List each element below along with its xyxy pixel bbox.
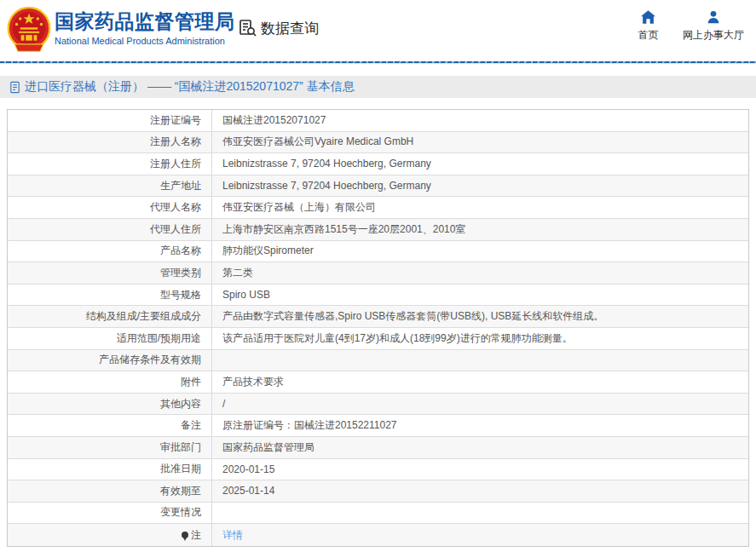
- page: 国家药品监督管理局 National Medical Products Admi…: [0, 0, 756, 552]
- row-label: 批准日期: [8, 459, 212, 480]
- document-icon: [9, 81, 21, 94]
- row-value: 伟亚安医疗器械（上海）有限公司: [212, 197, 748, 218]
- row-label: 备注: [8, 415, 212, 436]
- row-value: 产品由数字式容量传感器,Spiro USB传感器套筒(带USB线), USB延长…: [212, 306, 748, 327]
- row-value: Leibnizstrasse 7, 97204 Hoechberg, Germa…: [212, 175, 748, 197]
- home-icon: [641, 10, 655, 24]
- row-value: 国械注进20152071027: [212, 110, 748, 131]
- row-value: 国家药品监督管理局: [212, 437, 748, 458]
- row-label: 管理类别: [8, 262, 212, 284]
- row-value: /: [212, 394, 748, 415]
- row-label: 注册人住所: [8, 153, 212, 175]
- row-label: 注: [8, 524, 212, 546]
- table-row: 批准日期2020-01-15: [8, 459, 748, 481]
- row-value: 产品技术要求: [212, 371, 748, 393]
- breadcrumb-bar: 进口医疗器械（注册） —— “国械注进20152071027” 基本信息: [0, 76, 756, 98]
- table-row: 代理人名称伟亚安医疗器械（上海）有限公司: [8, 197, 748, 219]
- table-row: 附件产品技术要求: [8, 371, 748, 394]
- row-value: 2025-01-14: [212, 480, 748, 502]
- table-row: 型号规格Spiro USB: [8, 285, 748, 307]
- quick-link-home[interactable]: 首页: [625, 10, 672, 43]
- table-row: 生产地址Leibnizstrasse 7, 97204 Hoechberg, G…: [8, 175, 748, 198]
- header-divider: [0, 61, 756, 64]
- table-row: 有效期至2025-01-14: [8, 480, 748, 503]
- row-label: 产品储存条件及有效期: [8, 350, 212, 371]
- row-label: 生产地址: [8, 175, 212, 197]
- row-label: 型号规格: [8, 285, 212, 306]
- table-row: 产品储存条件及有效期: [8, 350, 748, 372]
- table-row: 审批部门国家药品监督管理局: [8, 437, 748, 459]
- row-label: 注册人名称: [8, 132, 212, 153]
- info-table: 注册证编号国械注进20152071027注册人名称伟亚安医疗器械公司Vyaire…: [7, 109, 749, 547]
- table-row: 注册证编号国械注进20152071027: [8, 110, 748, 132]
- pin-icon: [182, 532, 188, 538]
- row-label: 附件: [8, 371, 212, 393]
- row-label: 有效期至: [8, 480, 212, 502]
- row-value: 原注册证编号：国械注进20152211027: [212, 415, 748, 436]
- row-value: 详情: [212, 524, 748, 546]
- table-row: 备注原注册证编号：国械注进20152211027: [8, 415, 748, 437]
- row-value: 第二类: [212, 262, 748, 284]
- table-row: 管理类别第二类: [8, 262, 748, 285]
- national-emblem-logo: [5, 6, 53, 55]
- row-value: 上海市静安区南京西路1515号一座20层2001、2010室: [212, 219, 748, 240]
- nav-data-query-label: 数据查询: [261, 19, 319, 38]
- site-title: 国家药品监督管理局: [55, 9, 235, 33]
- row-label: 代理人住所: [8, 219, 212, 240]
- table-row: 结构及组成/主要组成成分产品由数字式容量传感器,Spiro USB传感器套筒(带…: [8, 306, 748, 328]
- row-value: [212, 350, 748, 371]
- site-header: 国家药品监督管理局 National Medical Products Admi…: [0, 0, 756, 64]
- nav-data-query[interactable]: 数据查询: [237, 18, 319, 38]
- quick-link-online-hall-label: 网上办事大厅: [676, 28, 751, 43]
- row-value: 肺功能仪Spirometer: [212, 241, 748, 262]
- brand-block: 国家药品监督管理局 National Medical Products Admi…: [55, 9, 235, 46]
- quick-link-home-label: 首页: [625, 28, 672, 43]
- detail-link[interactable]: 详情: [222, 528, 243, 543]
- site-subtitle: National Medical Products Administration: [55, 36, 235, 46]
- row-value: 该产品适用于医院对儿童(4到17岁)和成人(18到99岁)进行的常规肺功能测量。: [212, 328, 748, 349]
- row-label: 其他内容: [8, 394, 212, 415]
- row-value: Leibnizstrasse 7, 97204 Hoechberg, Germa…: [212, 153, 748, 175]
- table-row: 注册人名称伟亚安医疗器械公司Vyaire Medical GmbH: [8, 132, 748, 154]
- row-value: 伟亚安医疗器械公司Vyaire Medical GmbH: [212, 132, 748, 153]
- row-value: Spiro USB: [212, 285, 748, 306]
- row-label: 审批部门: [8, 437, 212, 458]
- row-label: 注册证编号: [8, 110, 212, 131]
- row-label: 变更情况: [8, 503, 212, 524]
- row-label: 产品名称: [8, 241, 212, 262]
- row-value: 2020-01-15: [212, 459, 748, 480]
- row-label: 适用范围/预期用途: [8, 328, 212, 349]
- table-row: 变更情况: [8, 503, 748, 525]
- row-value: [212, 503, 748, 524]
- quick-link-online-hall[interactable]: 网上办事大厅: [676, 10, 751, 43]
- document-search-icon: [237, 18, 257, 38]
- table-row: 产品名称肺功能仪Spirometer: [8, 241, 748, 263]
- table-row: 适用范围/预期用途该产品适用于医院对儿童(4到17岁)和成人(18到99岁)进行…: [8, 328, 748, 350]
- table-row: 代理人住所上海市静安区南京西路1515号一座20层2001、2010室: [8, 219, 748, 241]
- table-row: 其他内容/: [8, 394, 748, 416]
- breadcrumb-text: 进口医疗器械（注册） —— “国械注进20152071027” 基本信息: [25, 79, 355, 95]
- table-row: 注详情: [8, 524, 748, 546]
- table-row: 注册人住所Leibnizstrasse 7, 97204 Hoechberg, …: [8, 153, 748, 175]
- row-label: 结构及组成/主要组成成分: [8, 306, 212, 327]
- person-icon: [707, 10, 720, 24]
- row-label: 代理人名称: [8, 197, 212, 218]
